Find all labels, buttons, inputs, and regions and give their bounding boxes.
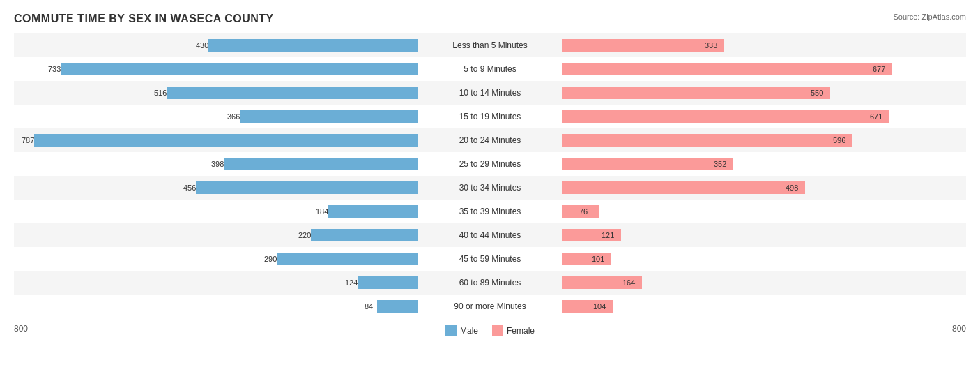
- male-value: 787: [22, 136, 34, 144]
- left-side: 430: [14, 33, 418, 57]
- male-value: 366: [227, 112, 240, 121]
- legend-female-label: Female: [507, 326, 535, 336]
- left-side: 398: [14, 152, 418, 176]
- male-bar: [240, 110, 418, 123]
- right-side: 550: [562, 81, 966, 105]
- center-label: 30 to 34 Minutes: [418, 183, 562, 193]
- female-bar: [562, 110, 889, 123]
- male-bar: [208, 39, 418, 52]
- legend-male-box: [445, 325, 457, 336]
- center-label: 35 to 39 Minutes: [418, 207, 562, 216]
- right-side: 677: [562, 57, 966, 81]
- female-value: 76: [579, 207, 588, 216]
- table-row: 516 10 to 14 Minutes 550: [14, 81, 966, 105]
- table-row: 220 40 to 44 Minutes 121: [14, 223, 966, 247]
- male-value: 184: [316, 207, 328, 216]
- left-side: 456: [14, 176, 418, 200]
- right-side: 333: [562, 33, 966, 57]
- male-value: 430: [196, 41, 208, 50]
- female-value: 333: [705, 41, 717, 50]
- left-side: 84: [14, 295, 418, 318]
- center-label: 60 to 89 Minutes: [418, 278, 562, 288]
- male-bar: [34, 134, 418, 147]
- male-value: 290: [264, 255, 277, 263]
- center-label: 25 to 29 Minutes: [418, 159, 562, 169]
- rows-area: 430 Less than 5 Minutes 333 733 5 to 9 M…: [14, 33, 966, 318]
- table-row: 84 90 or more Minutes 104: [14, 295, 966, 318]
- center-label: 10 to 14 Minutes: [418, 88, 562, 98]
- male-value: 733: [48, 65, 61, 73]
- table-row: 398 25 to 29 Minutes 352: [14, 152, 966, 176]
- axis-left-value: 800: [14, 324, 42, 334]
- male-value: 84: [365, 302, 373, 311]
- legend: Male Female: [445, 325, 535, 336]
- male-bar: [277, 253, 418, 265]
- legend-female: Female: [492, 325, 535, 336]
- male-value: 124: [345, 278, 358, 287]
- male-bar: [224, 158, 418, 170]
- female-bar: [562, 158, 733, 170]
- right-side: 671: [562, 105, 966, 128]
- right-side: 121: [562, 223, 966, 247]
- male-bar: [61, 63, 418, 75]
- center-label: 5 to 9 Minutes: [418, 64, 562, 74]
- female-bar: [562, 181, 805, 194]
- female-value: 596: [833, 136, 845, 144]
- legend-male-label: Male: [460, 326, 478, 336]
- center-label: 15 to 19 Minutes: [418, 112, 562, 121]
- female-bar: [562, 39, 724, 52]
- left-side: 220: [14, 223, 418, 247]
- male-bar: [311, 229, 418, 241]
- female-value: 671: [870, 112, 882, 121]
- legend-male: Male: [445, 325, 478, 336]
- bottom-area: 800 Male Female 800: [14, 321, 966, 336]
- female-value: 101: [592, 255, 604, 263]
- male-value: 516: [154, 89, 167, 97]
- table-row: 456 30 to 34 Minutes 498: [14, 176, 966, 200]
- female-bar: [562, 134, 852, 147]
- female-value: 164: [622, 278, 635, 287]
- female-value: 121: [602, 231, 614, 239]
- right-side: 164: [562, 271, 966, 295]
- female-bar: [562, 63, 892, 75]
- center-label: 45 to 59 Minutes: [418, 254, 562, 264]
- left-side: 733: [14, 57, 418, 81]
- left-side: 184: [14, 200, 418, 223]
- female-value: 104: [593, 302, 606, 311]
- right-side: 498: [562, 176, 966, 200]
- male-value: 456: [183, 184, 196, 192]
- right-side: 76: [562, 200, 966, 223]
- table-row: 184 35 to 39 Minutes 76: [14, 200, 966, 223]
- male-bar: [377, 300, 418, 313]
- chart-container: COMMUTE TIME BY SEX IN WASECA COUNTY Sou…: [0, 0, 980, 365]
- female-value: 677: [873, 65, 885, 73]
- table-row: 733 5 to 9 Minutes 677: [14, 57, 966, 81]
- left-side: 124: [14, 271, 418, 295]
- male-bar: [167, 87, 418, 99]
- female-bar: [562, 87, 830, 99]
- right-side: 596: [562, 128, 966, 152]
- right-side: 101: [562, 247, 966, 271]
- table-row: 366 15 to 19 Minutes 671: [14, 105, 966, 128]
- female-value: 550: [811, 89, 823, 97]
- left-side: 366: [14, 105, 418, 128]
- right-side: 104: [562, 295, 966, 318]
- female-value: 352: [714, 160, 726, 168]
- axis-right-value: 800: [938, 324, 966, 334]
- left-side: 290: [14, 247, 418, 271]
- center-label: 90 or more Minutes: [418, 301, 562, 311]
- male-bar: [358, 276, 418, 289]
- center-label: 40 to 44 Minutes: [418, 230, 562, 240]
- table-row: 290 45 to 59 Minutes 101: [14, 247, 966, 271]
- male-bar: [196, 181, 418, 194]
- male-value: 220: [298, 231, 311, 239]
- legend-female-box: [492, 325, 503, 336]
- table-row: 787 20 to 24 Minutes 596: [14, 128, 966, 152]
- male-bar: [328, 205, 418, 218]
- center-label: 20 to 24 Minutes: [418, 135, 562, 145]
- chart-title: COMMUTE TIME BY SEX IN WASECA COUNTY: [14, 13, 966, 25]
- male-value: 398: [211, 160, 224, 168]
- right-side: 352: [562, 152, 966, 176]
- table-row: 430 Less than 5 Minutes 333: [14, 33, 966, 57]
- left-side: 787: [14, 128, 418, 152]
